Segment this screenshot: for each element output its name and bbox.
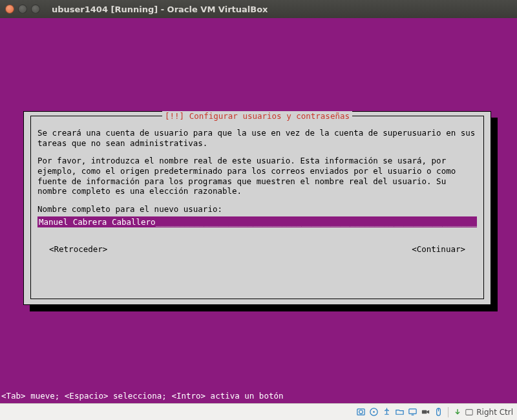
svg-point-3 [373, 411, 375, 413]
svg-point-1 [359, 410, 363, 414]
input-prompt: Nombre completo para el nuevo usuario: [37, 204, 477, 214]
window-titlebar: ubuser1404 [Running] - Oracle VM Virtual… [0, 0, 517, 18]
window-controls [5, 5, 40, 14]
maximize-icon[interactable] [31, 5, 40, 14]
input-value: Manuel Cabrera Caballero [39, 217, 156, 227]
svg-rect-5 [422, 410, 427, 414]
close-icon[interactable] [5, 5, 14, 14]
svg-rect-8 [466, 409, 473, 415]
vm-screen: [!!] Configurar usuarios y contraseñas S… [0, 18, 517, 403]
display-icon[interactable] [408, 407, 417, 417]
keymod-icon [465, 408, 474, 417]
optical-disk-icon[interactable] [369, 407, 379, 417]
harddisk-icon[interactable] [356, 407, 366, 417]
mouse-integration-icon[interactable] [434, 407, 443, 417]
fullname-input[interactable]: Manuel Cabrera Caballero________________… [37, 216, 477, 227]
dialog-paragraph-1: Se creará una cuenta de usuario para que… [37, 128, 477, 148]
dialog-paragraph-2: Por favor, introduzca el nombre real de … [37, 156, 477, 196]
key-hint-bar: <Tab> mueve; <Espacio> selecciona; <Intr… [1, 391, 284, 401]
vm-statusbar: Right Ctrl [0, 403, 517, 420]
video-capture-icon[interactable] [421, 407, 430, 417]
minimize-icon[interactable] [18, 5, 27, 14]
nav-row: <Retroceder> <Continuar> [37, 244, 477, 254]
usb-icon[interactable] [382, 407, 392, 417]
svg-rect-4 [409, 409, 416, 414]
back-button[interactable]: <Retroceder> [49, 244, 107, 254]
input-fill: ________________________________________… [156, 217, 477, 227]
shared-folders-icon[interactable] [395, 407, 405, 417]
dialog-title: [!!] Configurar usuarios y contraseñas [162, 111, 352, 121]
host-key-indicator[interactable]: Right Ctrl [453, 408, 513, 417]
status-separator [448, 407, 448, 417]
continue-button[interactable]: <Continuar> [412, 244, 465, 254]
window-title: ubuser1404 [Running] - Oracle VM Virtual… [52, 5, 268, 14]
dialog-frame: [!!] Configurar usuarios y contraseñas S… [30, 116, 484, 299]
installer-dialog: [!!] Configurar usuarios y contraseñas S… [23, 111, 491, 305]
host-key-label: Right Ctrl [476, 408, 513, 417]
arrow-down-icon [453, 408, 462, 417]
